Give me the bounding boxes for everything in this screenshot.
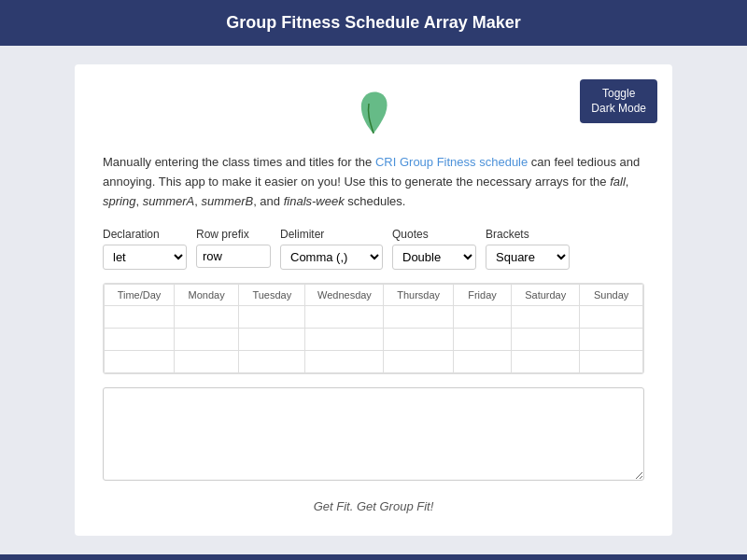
footer-tagline: Get Fit. Get Group Fit! xyxy=(103,499,644,513)
output-textarea[interactable] xyxy=(103,387,644,481)
table-header-row: Time/Day Monday Tuesday Wednesday Thursd… xyxy=(105,285,643,306)
declaration-select[interactable]: let const var xyxy=(103,245,187,270)
col-header-thursday: Thursday xyxy=(384,285,453,306)
cell-input[interactable] xyxy=(454,351,511,372)
delimiter-label: Delimiter xyxy=(280,228,383,241)
schedule-table-wrapper: Time/Day Monday Tuesday Wednesday Thursd… xyxy=(103,283,644,374)
col-header-sunday: Sunday xyxy=(580,285,643,306)
cri-link[interactable]: CRI Group Fitness schedule xyxy=(375,155,528,169)
rowprefix-control: Row prefix xyxy=(196,228,271,268)
delimiter-select[interactable]: Comma (,) Semicolon (;) Pipe (|) xyxy=(280,245,383,270)
cell-input[interactable] xyxy=(384,329,452,350)
col-header-wednesday: Wednesday xyxy=(305,285,384,306)
declaration-control: Declaration let const var xyxy=(103,228,187,270)
col-header-friday: Friday xyxy=(453,285,511,306)
cell-input[interactable] xyxy=(105,306,174,328)
cell-input[interactable] xyxy=(105,329,174,350)
quotes-select[interactable]: Double Single None xyxy=(392,245,476,270)
cell-input[interactable] xyxy=(305,306,383,328)
footer: - + Create Schedule Clear Result xyxy=(0,554,747,560)
table-row xyxy=(105,351,643,373)
cell-input[interactable] xyxy=(305,329,383,350)
main-card: Toggle Dark Mode Manually entering the c… xyxy=(75,64,672,536)
table-row xyxy=(105,306,643,329)
cell-input[interactable] xyxy=(305,351,383,372)
cell-input[interactable] xyxy=(175,306,238,328)
leaf-icon xyxy=(350,87,397,138)
page-title: Group Fitness Schedule Array Maker xyxy=(226,13,520,32)
schedule-table: Time/Day Monday Tuesday Wednesday Thursd… xyxy=(104,284,643,373)
cell-input[interactable] xyxy=(384,306,452,328)
declaration-label: Declaration xyxy=(103,228,187,241)
cell-input[interactable] xyxy=(239,329,304,350)
quotes-control: Quotes Double Single None xyxy=(392,228,476,270)
rowprefix-label: Row prefix xyxy=(196,228,271,241)
cell-input[interactable] xyxy=(175,351,238,372)
rowprefix-input[interactable] xyxy=(196,245,271,268)
cell-input[interactable] xyxy=(384,351,452,372)
cell-input[interactable] xyxy=(512,329,579,350)
brackets-label: Brackets xyxy=(486,228,570,241)
cell-input[interactable] xyxy=(454,306,511,328)
cell-input[interactable] xyxy=(105,351,174,372)
description-text: Manually entering the class times and ti… xyxy=(103,153,644,211)
cell-input[interactable] xyxy=(239,351,304,372)
delimiter-control: Delimiter Comma (,) Semicolon (;) Pipe (… xyxy=(280,228,383,270)
col-header-monday: Monday xyxy=(175,285,239,306)
cell-input[interactable] xyxy=(580,351,642,372)
cell-input[interactable] xyxy=(512,306,579,328)
col-header-tuesday: Tuesday xyxy=(239,285,305,306)
col-header-saturday: Saturday xyxy=(512,285,580,306)
logo-area xyxy=(103,87,644,138)
cell-input[interactable] xyxy=(239,306,304,328)
brackets-select[interactable]: Square Curly Round xyxy=(486,245,570,270)
brackets-control: Brackets Square Curly Round xyxy=(486,228,570,270)
table-row xyxy=(105,329,643,351)
cell-input[interactable] xyxy=(512,351,579,372)
cell-input[interactable] xyxy=(175,329,238,350)
cell-input[interactable] xyxy=(580,329,642,350)
cell-input[interactable] xyxy=(454,329,511,350)
toggle-dark-mode-button[interactable]: Toggle Dark Mode xyxy=(580,79,657,123)
quotes-label: Quotes xyxy=(392,228,476,241)
col-header-timeday: Time/Day xyxy=(105,285,175,306)
controls-row: Declaration let const var Row prefix Del… xyxy=(103,228,644,270)
cell-input[interactable] xyxy=(580,306,642,328)
